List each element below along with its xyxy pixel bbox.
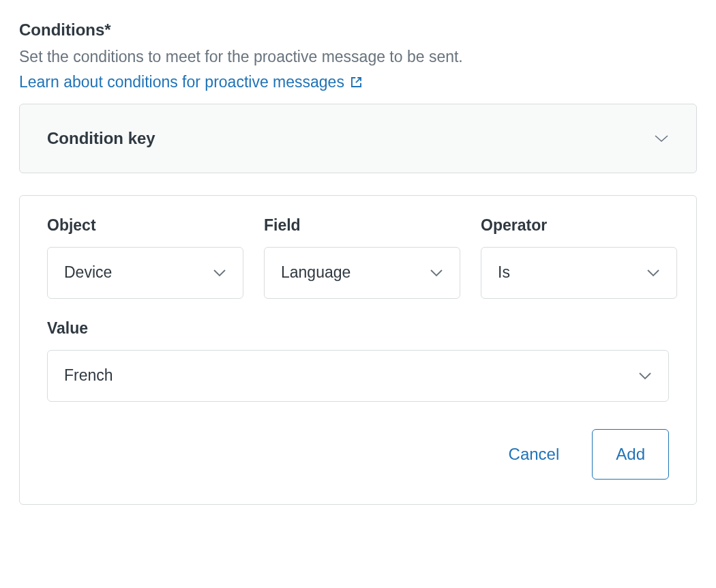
value-label: Value <box>47 319 669 338</box>
field-label: Field <box>264 216 460 235</box>
operator-select[interactable]: Is <box>481 247 677 299</box>
object-value: Device <box>64 263 112 282</box>
operator-label: Operator <box>481 216 677 235</box>
add-button[interactable]: Add <box>592 429 669 480</box>
object-field-group: Object Device <box>47 216 243 299</box>
chevron-down-icon <box>646 269 660 277</box>
field-select[interactable]: Language <box>264 247 460 299</box>
chevron-down-icon <box>654 134 669 143</box>
value-field-group: Value French <box>47 319 669 402</box>
field-field-group: Field Language <box>264 216 460 299</box>
condition-row: Object Device Field Language <box>47 216 669 299</box>
field-value: Language <box>281 263 350 282</box>
section-description: Set the conditions to meet for the proac… <box>19 45 697 69</box>
condition-form-panel: Object Device Field Language <box>19 195 697 505</box>
object-select[interactable]: Device <box>47 247 243 299</box>
value-value: French <box>64 366 113 385</box>
condition-key-title: Condition key <box>47 129 155 148</box>
condition-key-panel[interactable]: Condition key <box>19 104 697 173</box>
learn-conditions-link[interactable]: Learn about conditions for proactive mes… <box>19 73 363 91</box>
cancel-button[interactable]: Cancel <box>509 445 560 464</box>
form-actions: Cancel Add <box>47 429 669 480</box>
operator-value: Is <box>498 263 510 282</box>
chevron-down-icon <box>213 269 226 277</box>
object-label: Object <box>47 216 243 235</box>
conditions-section: Conditions* Set the conditions to meet f… <box>19 20 697 505</box>
chevron-down-icon <box>430 269 443 277</box>
external-link-icon <box>350 76 363 89</box>
section-title: Conditions* <box>19 20 697 40</box>
chevron-down-icon <box>638 372 652 380</box>
learn-link-text: Learn about conditions for proactive mes… <box>19 73 344 91</box>
operator-field-group: Operator Is <box>481 216 677 299</box>
value-select[interactable]: French <box>47 350 669 402</box>
